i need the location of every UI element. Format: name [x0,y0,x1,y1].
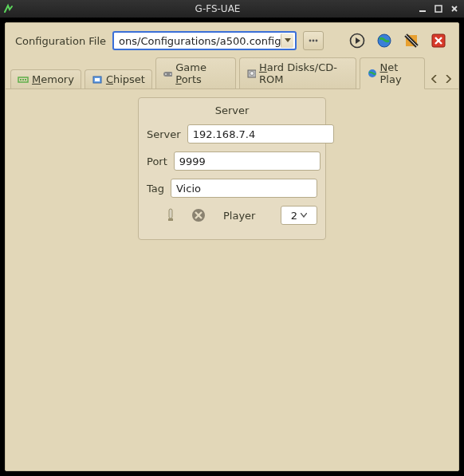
port-label: Port [147,155,167,167]
config-file-path: ons/Configurations/a500.config [119,35,281,47]
play-button[interactable] [347,31,368,50]
player-label: Player [223,210,255,222]
tag-input[interactable] [171,179,317,198]
close-config-button[interactable] [428,31,449,50]
tab-hard-disks[interactable]: Hard Disks/CD-ROM [239,57,357,89]
palette-icon[interactable] [401,31,422,50]
svg-point-4 [316,40,318,42]
svg-rect-0 [419,10,426,12]
tab-memory[interactable]: Memory [10,69,81,89]
panel-title: Server [147,104,317,116]
svg-rect-15 [95,78,100,81]
chevron-down-icon [301,213,307,218]
tab-label: Hard Disks/CD-ROM [259,61,349,85]
svg-point-20 [250,72,254,76]
port-input[interactable] [174,151,320,171]
minimize-button[interactable] [416,3,429,14]
server-label: Server [147,128,181,140]
chevron-down-icon[interactable] [281,33,293,48]
tab-label: Net Play [380,61,418,85]
window-title: G-FS-UAE [19,3,416,14]
tab-bar: Memory Chipset Game Ports Hard Disks/CD-… [6,57,458,89]
svg-rect-11 [20,79,22,81]
memory-icon [18,75,29,85]
titlebar: G-FS-UAE [0,0,464,18]
browse-button[interactable] [303,31,324,50]
tab-net-play[interactable]: Net Play [360,57,425,89]
maximize-button[interactable] [432,3,445,14]
globe-icon [367,69,376,78]
config-file-combo[interactable]: ons/Configurations/a500.config [112,31,297,50]
disconnect-icon[interactable] [191,208,206,222]
chipset-icon [92,75,103,85]
connect-icon[interactable] [164,207,177,223]
tab-scroll-right[interactable] [442,72,454,86]
server-input[interactable] [187,124,334,144]
close-button[interactable] [448,3,461,14]
player-value: 2 [291,210,297,222]
disk-icon [246,69,256,78]
tab-label: Chipset [106,73,145,85]
tab-label: Memory [32,73,74,85]
tag-label: Tag [147,183,164,195]
tab-content: Server Server Port Tag [6,89,458,470]
tab-chipset[interactable]: Chipset [85,69,152,89]
tab-label: Game Ports [175,61,228,85]
tab-game-ports[interactable]: Game Ports [155,57,236,89]
server-panel: Server Server Port Tag [138,97,326,240]
gamepad-icon [163,69,172,78]
app-icon [3,3,14,14]
svg-rect-23 [168,218,173,221]
player-select[interactable]: 2 [281,206,317,225]
svg-point-3 [313,40,315,42]
svg-rect-13 [25,79,26,81]
config-file-label: Configuration File [15,35,106,47]
svg-rect-1 [435,6,442,12]
tab-scroll-left[interactable] [428,72,439,86]
svg-rect-22 [169,209,172,218]
svg-point-18 [170,73,171,75]
globe-icon[interactable] [374,31,395,50]
svg-point-17 [165,73,167,75]
svg-point-2 [309,40,312,42]
svg-rect-12 [22,79,24,81]
config-toolbar: Configuration File ons/Configurations/a5… [6,23,458,57]
